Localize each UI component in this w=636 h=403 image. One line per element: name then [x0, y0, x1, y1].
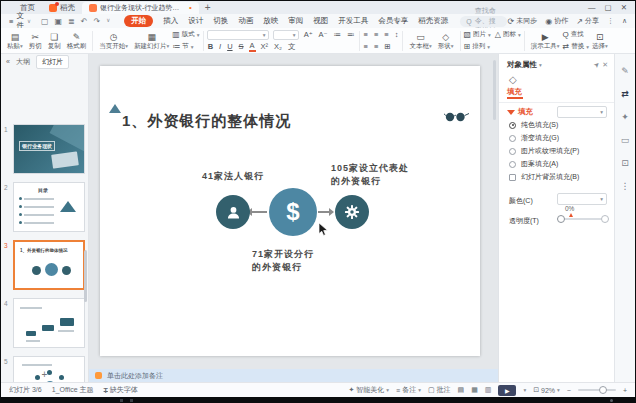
zoom-slider[interactable]	[578, 389, 616, 391]
notes-bar[interactable]: 单击此处添加备注	[89, 369, 498, 382]
fill-section-header[interactable]: 填充	[507, 107, 533, 117]
underline-button[interactable]: U	[226, 42, 233, 51]
maximize-button[interactable]: ▢	[605, 3, 612, 12]
collaborate-button[interactable]: ◉协作	[545, 16, 568, 26]
tab-transition[interactable]: 切换	[213, 16, 228, 26]
command-search-box[interactable]: Q 查找命令、搜索模板	[460, 16, 507, 27]
label-41-corporate-banks[interactable]: 41家法人银行	[183, 170, 283, 183]
columns-icon[interactable]: ⊞	[383, 42, 391, 51]
replace-button[interactable]: ⇄替换▾	[563, 42, 589, 51]
tab-animation[interactable]: 动画	[238, 16, 253, 26]
person-node[interactable]	[216, 195, 250, 229]
more-sidebar-icon[interactable]: ⋮	[621, 181, 630, 191]
numbered-list-icon[interactable]: ≕	[346, 30, 356, 39]
superscript-button[interactable]: X²	[260, 42, 270, 51]
thumbnail-scrollbar[interactable]	[84, 250, 87, 302]
smart-beautify-button[interactable]: ✦智能美化▾	[348, 385, 389, 395]
strikethrough-button[interactable]: S	[238, 42, 245, 51]
pin-icon[interactable]: ➤	[592, 60, 602, 70]
redo-icon[interactable]: ↷	[93, 17, 100, 26]
tab-insert[interactable]: 插入	[163, 16, 178, 26]
effects-sidebar-icon[interactable]: ✦	[621, 112, 629, 122]
zoom-out-button[interactable]: −	[567, 387, 571, 394]
align-right-icon[interactable]: ≡	[383, 30, 389, 39]
properties-sidebar-icon[interactable]: ⇄	[621, 89, 629, 99]
tab-fill[interactable]: 填充	[507, 87, 522, 97]
font-color-button[interactable]: A	[249, 41, 256, 52]
document-tab[interactable]: 银行业务现状-行业趋势与准入资料 •	[82, 2, 199, 14]
style-sidebar-icon[interactable]: ✎	[621, 66, 629, 76]
thumbnail-slide-3-selected[interactable]: 1、外资银行的整体情况	[13, 240, 85, 290]
fill-preset-combo[interactable]: ▾	[557, 106, 607, 118]
notes-button[interactable]: ≡备注▾	[396, 385, 421, 395]
slider-handle[interactable]	[557, 215, 565, 223]
print-icon[interactable]: ≣	[68, 17, 75, 26]
fill-option-background[interactable]: 幻灯片背景填充(B)	[509, 172, 579, 182]
bullet-list-icon[interactable]: ≔	[333, 30, 343, 39]
close-button[interactable]: ✕	[621, 3, 627, 12]
chevron-down-icon[interactable]: ▾	[523, 387, 526, 393]
phonetic-guide-button[interactable]: 文	[287, 42, 297, 52]
tab-templates[interactable]: 稻壳资源	[418, 16, 448, 26]
arrange-button[interactable]: ⊞排列▾	[464, 42, 490, 51]
tab-member[interactable]: 会员专享	[378, 16, 408, 26]
line-spacing-icon[interactable]: ↕	[394, 30, 400, 39]
tab-design[interactable]: 设计	[188, 16, 203, 26]
tab-slides[interactable]: 幻灯片	[36, 55, 69, 69]
dollar-node[interactable]: $	[269, 188, 317, 236]
color-picker-combo[interactable]: ▾	[557, 193, 607, 205]
new-tab-button[interactable]: +	[205, 2, 211, 13]
layout-button[interactable]: ▥版式▾	[172, 30, 199, 39]
new-doc-icon[interactable]: ▢	[41, 17, 49, 26]
collapse-panel-icon[interactable]: «	[6, 58, 10, 65]
add-slide-button[interactable]: +	[1, 369, 88, 380]
selection-sidebar-icon[interactable]: ⊡	[621, 158, 629, 168]
select-button[interactable]: ⊡ 选择▾	[589, 29, 611, 53]
tab-home[interactable]: 开始	[124, 15, 153, 27]
zoom-level[interactable]: ⊡92%▾	[533, 386, 560, 394]
missing-font-warning[interactable]: T缺失字体	[104, 385, 138, 395]
play-from-current-button[interactable]: ◷ 当页开始▾	[96, 29, 131, 53]
slide-canvas[interactable]: 1、外资银行的整体情况 41家法人银行 105家设立代表处 的外资银行 71家开…	[100, 66, 480, 356]
decrease-font-button[interactable]: A⁻	[318, 30, 329, 39]
fill-option-pattern[interactable]: 图案填充(A)	[509, 159, 558, 169]
save-icon[interactable]: ▣	[54, 17, 62, 26]
gear-node[interactable]	[335, 195, 369, 229]
justify-icon[interactable]: ≡	[363, 42, 369, 51]
canvas-scrollbar[interactable]	[493, 60, 496, 120]
cut-button[interactable]: ✂ 剪切	[26, 29, 45, 53]
label-105-rep-offices[interactable]: 105家设立代表处 的外资银行	[331, 162, 409, 188]
picture-button[interactable]: ▧图片▾	[464, 30, 491, 39]
slideshow-play-button[interactable]: ▶	[498, 385, 516, 396]
align-center-icon[interactable]: ≡	[373, 30, 379, 39]
tab-outline[interactable]: 大纲	[16, 57, 30, 67]
theme-name[interactable]: 1_Office 主题	[52, 385, 94, 395]
tab-review[interactable]: 审阅	[288, 16, 303, 26]
tab-devtools[interactable]: 开发工具	[338, 16, 368, 26]
find-button[interactable]: Q查找	[563, 30, 584, 39]
thumbnail-slide-4[interactable]	[13, 298, 85, 348]
reading-view-icon[interactable]: ▥	[485, 386, 492, 394]
distribute-icon[interactable]: ≡	[373, 42, 379, 51]
undo-icon[interactable]: ↶	[81, 17, 88, 26]
thumbnail-slide-2[interactable]: 目录	[13, 182, 85, 232]
store-tab[interactable]: 稻壳	[42, 2, 82, 14]
fill-option-gradient[interactable]: 渐变填充(G)	[509, 133, 559, 143]
new-slide-button[interactable]: ▦ 新建幻灯片▾	[131, 29, 172, 53]
layout-sidebar-icon[interactable]: ▭	[621, 135, 630, 145]
comments-button[interactable]: ▢批注	[428, 385, 451, 395]
fill-option-solid[interactable]: 纯色填充(S)	[509, 120, 558, 130]
thumbnail-slide-1[interactable]: 银行业务现状	[13, 124, 85, 174]
share-button[interactable]: ↗分享	[576, 16, 599, 26]
label-71-branches[interactable]: 71家开设分行 的外资银行	[252, 248, 314, 274]
zoom-slider-handle[interactable]	[599, 386, 607, 394]
fill-option-picture[interactable]: 图片或纹理填充(P)	[509, 146, 579, 156]
sorter-view-icon[interactable]: ▦	[471, 386, 478, 394]
collapse-ribbon-icon[interactable]: ∧	[622, 17, 627, 25]
more-icon[interactable]: ⋮	[607, 17, 614, 25]
shapes-button[interactable]: ◇ 形状▾	[435, 29, 457, 53]
tab-slideshow[interactable]: 放映	[263, 16, 278, 26]
normal-view-icon[interactable]: ▤	[458, 386, 465, 394]
align-left-icon[interactable]: ≡	[363, 30, 369, 39]
section-button[interactable]: ≔节▾	[172, 42, 193, 51]
